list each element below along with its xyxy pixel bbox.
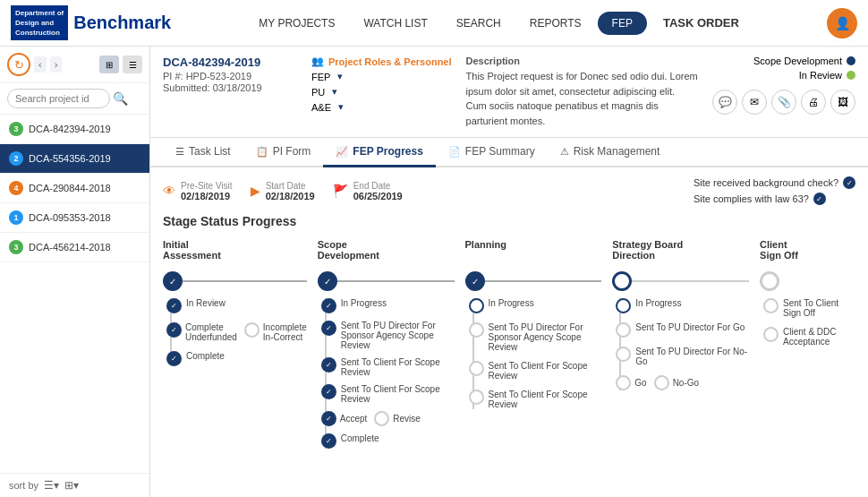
tab-task-list[interactable]: ☰ Task List bbox=[163, 138, 243, 167]
compliance-2: Site complies with law 63? ✓ bbox=[694, 193, 855, 205]
stages-container: InitialAssessment ✓ ✓ In Review bbox=[163, 239, 855, 449]
roles-icon: 👥 bbox=[311, 56, 324, 67]
tab-fep-progress[interactable]: 📈 FEP Progress bbox=[323, 138, 435, 167]
pre-site-label: Pre-Site Visit bbox=[181, 181, 233, 191]
sort-grid-icon[interactable]: ⊞▾ bbox=[64, 479, 79, 492]
app-name: Benchmark bbox=[73, 13, 171, 33]
nav-bar: MY PROJECTS WATCH LIST SEARCH REPORTS FE… bbox=[180, 11, 818, 35]
user-avatar[interactable]: 👤 bbox=[827, 8, 857, 39]
role-pu[interactable]: PU ▾ bbox=[311, 86, 452, 98]
search-input[interactable] bbox=[7, 89, 110, 108]
search-button[interactable]: 🔍 bbox=[113, 91, 128, 106]
s5-item-1: Sent To Client Sign Off bbox=[763, 298, 855, 318]
app-header: Department of Design and Construction Be… bbox=[0, 0, 868, 47]
tab-fep-summary[interactable]: 📄 FEP Summary bbox=[436, 138, 548, 167]
project-info: DCA-842394-2019 PI #: HPD-523-2019 Submi… bbox=[163, 56, 297, 93]
refresh-button[interactable]: ↻ bbox=[7, 53, 30, 76]
s4-item-1: In Progress bbox=[616, 298, 749, 313]
s1-item-2-3: ✓ Complete Underfunded Incomplete In-Cor… bbox=[166, 322, 307, 342]
badge-4: 3 bbox=[9, 240, 23, 254]
status-review: In Review bbox=[799, 70, 855, 81]
nav-search[interactable]: SEARCH bbox=[444, 12, 514, 35]
nav-reports[interactable]: REPORTS bbox=[517, 12, 594, 35]
end-icon: 🚩 bbox=[333, 184, 348, 198]
list-icon-btn[interactable]: ☰ bbox=[123, 56, 142, 73]
end-label: End Date bbox=[353, 181, 403, 191]
stage-planning-header: Planning bbox=[465, 239, 602, 264]
roles-header: 👥 Project Roles & Personnel bbox=[311, 56, 452, 67]
stage-scope: ScopeDevelopment ✓ ✓ In Progress bbox=[314, 239, 462, 449]
project-id-2: DCA-290844-2018 bbox=[29, 183, 111, 193]
grid-icon[interactable]: ⊞ bbox=[99, 56, 119, 73]
start-date-val: 02/18/2019 bbox=[266, 191, 315, 201]
s3-item-4: Sent To Client For Scope Review bbox=[469, 390, 602, 409]
s2-item-3: ✓ Sent To Client For Scope Review bbox=[321, 357, 455, 377]
project-id-1: DCA-554356-2019 bbox=[29, 153, 111, 164]
logo-area: Department of Design and Construction Be… bbox=[11, 5, 171, 41]
prev-arrow[interactable]: ‹ bbox=[34, 56, 47, 73]
scope-dot bbox=[847, 56, 855, 65]
comment-icon[interactable]: 💬 bbox=[712, 90, 737, 115]
end-date: 🚩 End Date 06/25/2019 bbox=[333, 181, 403, 201]
status-section: Scope Development In Review 💬 ✉ 📎 🖨 🖼 bbox=[712, 56, 855, 115]
status-review-label: In Review bbox=[799, 70, 842, 81]
s3-item-3: Sent To Client For Scope Review bbox=[469, 361, 602, 381]
desc-label: Description bbox=[466, 56, 698, 66]
fep-summary-icon: 📄 bbox=[448, 146, 461, 158]
pi-form-icon: 📋 bbox=[256, 146, 268, 158]
s5-item-2: Client & DDC Acceptance bbox=[763, 327, 855, 347]
project-pi: PI #: HPD-523-2019 bbox=[163, 71, 297, 81]
stage-initial: InitialAssessment ✓ ✓ In Review bbox=[163, 239, 314, 449]
tab-pi-form[interactable]: 📋 PI Form bbox=[243, 138, 324, 167]
project-item-2[interactable]: 4 DCA-290844-2018 bbox=[0, 174, 149, 203]
stage2-main-node: ✓ bbox=[318, 271, 337, 291]
role-fep[interactable]: FEP ▾ bbox=[311, 71, 452, 82]
check-1: ✓ bbox=[843, 176, 855, 189]
project-id-0: DCA-842394-2019 bbox=[29, 124, 111, 134]
role-fep-label: FEP bbox=[311, 72, 330, 82]
pre-site-visit: 👁 Pre-Site Visit 02/18/2019 bbox=[163, 181, 233, 201]
s4-item-45: Go No-Go bbox=[616, 375, 749, 390]
print-icon[interactable]: 🖨 bbox=[801, 90, 826, 115]
desc-text: This Project request is for Donec sed od… bbox=[466, 69, 698, 128]
nav-fep[interactable]: FEP bbox=[598, 12, 647, 35]
project-item-4[interactable]: 3 DCA-456214-2018 bbox=[0, 233, 149, 262]
attachment-icon[interactable]: 📎 bbox=[771, 90, 796, 115]
project-id-4: DCA-456214-2018 bbox=[29, 242, 111, 253]
description-section: Description This Project request is for … bbox=[466, 56, 698, 128]
role-pu-label: PU bbox=[311, 87, 325, 98]
fep-progress-content: 👁 Pre-Site Visit 02/18/2019 ▶ Start Date… bbox=[150, 167, 868, 497]
image-icon[interactable]: 🖼 bbox=[830, 90, 855, 115]
sidebar-controls: ↻ ‹ › ⊞ ☰ bbox=[0, 47, 149, 83]
roles-section: 👥 Project Roles & Personnel FEP ▾ PU ▾ A… bbox=[311, 56, 452, 113]
s2-item-1: ✓ In Progress bbox=[321, 298, 455, 313]
project-item-0[interactable]: 3 DCA-842394-2019 bbox=[0, 115, 149, 144]
s2-item-4: ✓ Sent To Client For Scope Review bbox=[321, 384, 455, 404]
status-scope-label: Scope Development bbox=[753, 56, 842, 66]
nav-my-projects[interactable]: MY PROJECTS bbox=[246, 12, 347, 35]
review-dot bbox=[847, 71, 855, 80]
compliance-items: Site received background check? ✓ Site c… bbox=[694, 176, 855, 205]
sort-list-icon[interactable]: ☰▾ bbox=[44, 479, 59, 492]
sort-bar: sort by ☰▾ ⊞▾ bbox=[0, 473, 149, 497]
nav-task-order[interactable]: TASK ORDER bbox=[651, 11, 752, 35]
stage-strategy-header: Strategy BoardDirection bbox=[612, 239, 749, 264]
role-ae[interactable]: A&E ▾ bbox=[311, 101, 452, 113]
stage-initial-header: InitialAssessment bbox=[163, 239, 307, 264]
dates-row: 👁 Pre-Site Visit 02/18/2019 ▶ Start Date… bbox=[163, 176, 855, 205]
next-arrow[interactable]: › bbox=[50, 56, 63, 73]
badge-3: 1 bbox=[9, 210, 23, 225]
mail-icon[interactable]: ✉ bbox=[742, 90, 767, 115]
project-list: 3 DCA-842394-2019 2 DCA-554356-2019 4 DC… bbox=[0, 115, 149, 473]
badge-2: 4 bbox=[9, 181, 23, 195]
nav-watch-list[interactable]: WATCH LIST bbox=[351, 12, 439, 35]
project-item-1[interactable]: 2 DCA-554356-2019 bbox=[0, 144, 149, 174]
project-title: DCA-842394-2019 bbox=[163, 56, 297, 69]
tab-risk-management[interactable]: ⚠ Risk Management bbox=[548, 138, 673, 167]
main-area: ↻ ‹ › ⊞ ☰ 🔍 3 DCA-842394-2019 2 DCA-5543… bbox=[0, 47, 868, 497]
search-bar: 🔍 bbox=[0, 83, 149, 115]
pu-chevron: ▾ bbox=[332, 86, 337, 98]
project-item-3[interactable]: 1 DCA-095353-2018 bbox=[0, 203, 149, 233]
badge-0: 3 bbox=[9, 122, 23, 136]
s2-item-2: ✓ Sent To PU Director For Sponsor Agency… bbox=[321, 321, 455, 350]
